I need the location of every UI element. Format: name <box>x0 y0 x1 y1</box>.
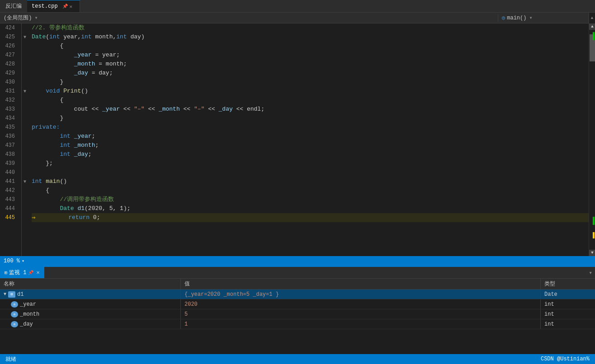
breadcrumb-right[interactable]: ◎ main() ▾ <box>498 14 589 21</box>
token-kw: void <box>46 87 60 96</box>
breadcrumb-left[interactable]: (全局范围) ▾ <box>0 14 498 22</box>
token-plain <box>71 132 74 141</box>
line-number-428: 428 <box>0 60 18 69</box>
token-plain: { <box>32 186 49 195</box>
fold-icon-436 <box>22 132 28 141</box>
code-line-432[interactable]: { <box>32 96 589 105</box>
watch-tab-1[interactable]: ⊞ 监视 1 📌 ✕ <box>0 267 44 278</box>
fold-icon-438 <box>22 150 28 159</box>
code-line-435[interactable]: private: <box>32 123 589 132</box>
fold-icon-433 <box>22 105 28 114</box>
token-var: _day <box>74 150 88 159</box>
fold-icon-441[interactable]: ▼ <box>22 177 28 186</box>
code-line-440[interactable] <box>32 168 589 177</box>
fold-icon-425[interactable]: ▼ <box>22 33 28 42</box>
line-number-426: 426 <box>0 42 18 51</box>
breadcrumb-dropdown-icon[interactable]: ▾ <box>34 14 38 21</box>
token-plain: << <box>120 105 134 114</box>
token-plain <box>74 204 78 213</box>
code-line-424[interactable]: //2. 带参构造函数 <box>32 23 589 33</box>
code-line-437[interactable]: int _month; <box>32 141 589 150</box>
scrollbar-track[interactable] <box>589 30 595 250</box>
line-number-442: 442 <box>0 186 18 195</box>
zoom-dropdown-icon[interactable]: ▾ <box>22 258 24 264</box>
token-plain: = year; <box>92 51 120 60</box>
code-content[interactable]: //2. 带参构造函数Date(int year,int month,int d… <box>28 23 589 256</box>
token-var: _year <box>102 105 120 114</box>
code-line-442[interactable]: { <box>32 186 589 195</box>
token-plain: } <box>32 78 63 87</box>
field-icon-2: a <box>11 311 18 317</box>
watch-rows-container: ▼⊞d1{_year=2020 _month=5 _day=1 }Datea_y… <box>0 289 595 329</box>
code-line-444[interactable]: Date d1(2020, 5, 1); <box>32 204 589 213</box>
token-plain: { <box>32 42 63 51</box>
status-left: 就绪 <box>5 355 16 363</box>
fold-icon-431[interactable]: ▼ <box>22 87 28 96</box>
code-line-443[interactable]: //调用带参构造函数 <box>32 195 589 204</box>
token-plain: () <box>60 177 67 186</box>
fold-icon-430 <box>22 78 28 87</box>
watch-tab-icon: ⊞ <box>5 270 7 275</box>
scrollbar-up-button[interactable]: ▲ <box>589 23 595 30</box>
watch-row-0[interactable]: ▼⊞d1{_year=2020 _month=5 _day=1 }Date <box>0 289 595 299</box>
token-plain <box>32 141 60 150</box>
watch-row-value-0: {_year=2020 _month=5 _day=1 } <box>181 289 541 299</box>
token-plain <box>71 150 74 159</box>
line-numbers: 4244254264274284294304314324334344354364… <box>0 23 22 256</box>
expand-icon-0[interactable]: ▼ <box>4 292 6 297</box>
watch-panel-scroll-right[interactable]: ▾ <box>589 269 595 276</box>
field-icon-3: a <box>11 321 18 327</box>
code-line-431[interactable]: void Print() <box>32 87 589 96</box>
token-kw: int <box>60 150 70 159</box>
code-line-434[interactable]: } <box>32 114 589 123</box>
code-line-441[interactable]: int main() <box>32 177 589 186</box>
line-number-438: 438 <box>0 150 18 159</box>
token-type: Date <box>32 33 46 42</box>
fold-icon-424 <box>22 23 28 33</box>
token-fn: Print <box>63 87 81 96</box>
token-plain: << endl; <box>233 105 264 114</box>
watch-row-value-2: 5 <box>181 309 541 319</box>
token-var: _day <box>219 105 233 114</box>
tab-disassemble[interactable]: 反汇编 <box>0 2 27 10</box>
code-line-438[interactable]: int _day; <box>32 150 589 159</box>
tab-bar: 反汇编 test.cpp 📌 ✕ <box>0 0 595 13</box>
watch-tab-close-button[interactable]: ✕ <box>36 269 39 276</box>
code-line-433[interactable]: cout << _year << "–" << _month << "–" <<… <box>32 105 589 114</box>
token-fn: main <box>46 177 60 186</box>
line-number-444: 444 <box>0 204 18 213</box>
token-comment: //2. 带参构造函数 <box>32 23 85 33</box>
line-number-434: 434 <box>0 114 18 123</box>
zoom-level[interactable]: 100 % <box>4 258 20 264</box>
scrollbar-right-top[interactable]: ▲ <box>589 13 595 23</box>
token-var: _month <box>74 141 95 150</box>
token-comment: //调用带参构造函数 <box>60 195 114 204</box>
token-plain <box>32 132 60 141</box>
token-plain <box>32 204 60 213</box>
line-number-433: 433 <box>0 105 18 114</box>
scrollbar-down-button[interactable]: ▼ <box>589 250 595 256</box>
fold-icon-428 <box>22 60 28 69</box>
breadcrumb-func-dropdown-icon[interactable]: ▾ <box>529 14 532 21</box>
watch-row-2[interactable]: a_month5int <box>0 309 595 319</box>
code-line-439[interactable]: }; <box>32 159 589 168</box>
code-line-427[interactable]: _year = year; <box>32 51 589 60</box>
line-number-437: 437 <box>0 141 18 150</box>
fold-icon-437 <box>22 141 28 150</box>
tab-testcpp[interactable]: test.cpp 📌 ✕ <box>27 0 80 12</box>
watch-table: 名称 值 类型 ▼⊞d1{_year=2020 _month=5 _day=1 … <box>0 279 595 354</box>
code-line-436[interactable]: int _year; <box>32 132 589 141</box>
code-line-429[interactable]: _day = day; <box>32 69 589 78</box>
tab-close-button[interactable]: ✕ <box>70 4 73 9</box>
code-line-426[interactable]: { <box>32 42 589 51</box>
watch-pin-icon: 📌 <box>28 270 33 275</box>
code-line-428[interactable]: _month = month; <box>32 60 589 69</box>
watch-tab-label: 监视 1 <box>9 269 26 276</box>
token-type: Date <box>60 204 74 213</box>
code-line-445[interactable]: ⇒ return 0; <box>32 213 589 222</box>
token-plain: ; <box>88 150 92 159</box>
code-line-425[interactable]: Date(int year,int month,int day) <box>32 33 589 42</box>
code-line-430[interactable]: } <box>32 78 589 87</box>
watch-row-1[interactable]: a_year2020int <box>0 299 595 309</box>
watch-row-3[interactable]: a_day1int <box>0 319 595 329</box>
